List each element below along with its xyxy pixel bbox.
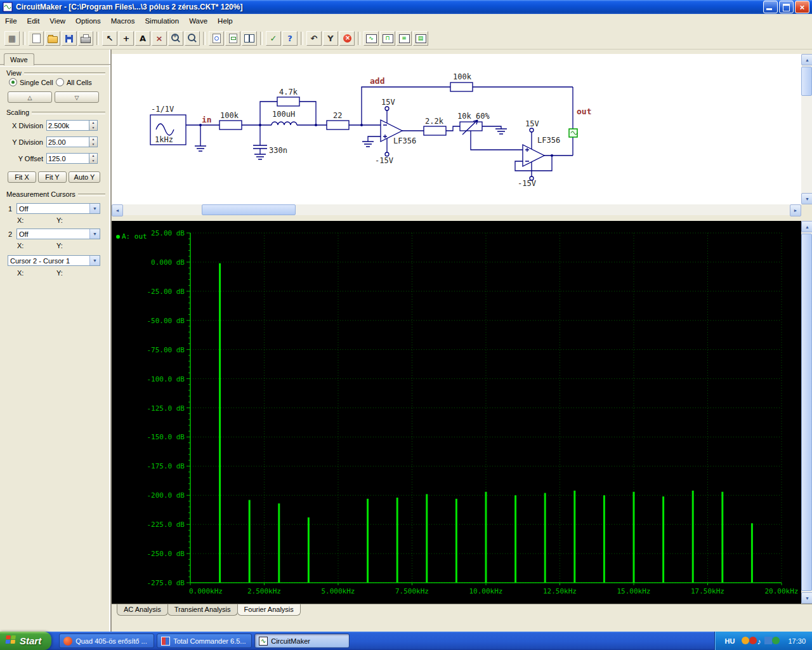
dropdown-arrow-icon[interactable]: ▼ <box>89 256 100 265</box>
messenger-icon[interactable] <box>772 637 780 644</box>
language-indicator[interactable]: HU <box>723 636 738 646</box>
delete-tool-button[interactable]: × <box>152 31 167 46</box>
spin-down-icon[interactable]: ▼ <box>89 159 97 164</box>
y-division-input[interactable] <box>46 136 89 147</box>
scroll-down-icon[interactable]: ▼ <box>801 193 812 204</box>
zoom-page-button[interactable] <box>209 31 224 46</box>
scroll-right-icon[interactable]: ► <box>790 204 801 216</box>
menu-edit[interactable]: Edit <box>22 15 45 27</box>
schematic-horizontal-scrollbar[interactable]: ◄ ► <box>112 204 801 215</box>
open-button[interactable] <box>45 31 60 46</box>
zoom-tool-button[interactable] <box>185 31 200 46</box>
resistor-22[interactable]: 22 <box>327 111 349 129</box>
help-button[interactable]: ? <box>282 31 298 46</box>
restore-button[interactable] <box>779 1 794 13</box>
spin-up-icon[interactable]: ▲ <box>89 154 97 159</box>
tab-wave[interactable]: Wave <box>4 53 34 65</box>
spin-up-icon[interactable]: ▲ <box>89 137 97 142</box>
signal-generator[interactable]: -1/1V 1kHz <box>150 105 186 145</box>
reset-button[interactable]: ↶ <box>306 31 322 46</box>
print-button[interactable] <box>78 31 93 46</box>
all-cells-radio[interactable]: All Cells <box>56 78 92 86</box>
place-part-button[interactable]: + <box>119 31 134 46</box>
scope-probe-marker[interactable] <box>569 129 577 137</box>
schematic-vertical-scrollbar[interactable]: ▲ ▼ <box>801 54 812 204</box>
x-division-spinner[interactable]: ▲▼ <box>89 120 98 131</box>
run-simulation-button[interactable]: ✓ <box>266 31 281 46</box>
taskbar-item-quad[interactable]: Quad 405-ös erősítő ... <box>59 633 154 648</box>
spin-up-icon[interactable]: ▲ <box>89 121 97 126</box>
antivirus-icon[interactable] <box>749 637 757 644</box>
potentiometer-10k[interactable]: 10k 60% <box>457 112 490 135</box>
start-button[interactable]: Start <box>0 632 51 650</box>
stop-simulation-button[interactable] <box>339 31 355 46</box>
trace-up-button[interactable]: △ <box>8 91 52 103</box>
menu-options[interactable]: Options <box>70 15 106 27</box>
arrow-tool-button[interactable]: ↖ <box>102 31 117 46</box>
tab-transient-analysis[interactable]: Transient Analysis <box>167 604 238 616</box>
y-division-spinner[interactable]: ▲▼ <box>89 136 98 147</box>
menu-wave[interactable]: Wave <box>184 15 213 27</box>
menu-simulation[interactable]: Simulation <box>140 15 184 27</box>
plot-vertical-scrollbar[interactable]: ▲ ▼ <box>801 221 812 604</box>
new-button[interactable] <box>29 31 44 46</box>
x-division-input[interactable] <box>46 120 89 131</box>
save-button[interactable] <box>62 31 77 46</box>
fit-x-button[interactable]: Fit X <box>8 171 36 183</box>
taskbar-item-circuitmaker[interactable]: ∿ CircuitMaker <box>254 633 350 648</box>
scroll-up-icon[interactable]: ▲ <box>801 221 812 232</box>
menu-view[interactable]: View <box>44 15 70 27</box>
analyses-window-button[interactable]: ≡ <box>396 31 412 46</box>
opamp2-lf356[interactable]: 15V -15V LF356 <box>518 119 560 188</box>
spin-down-icon[interactable]: ▼ <box>89 126 97 131</box>
digital-scope-button[interactable]: ⊓ <box>380 31 395 46</box>
network-icon[interactable] <box>764 637 772 644</box>
waveforms-button[interactable]: ∿ <box>363 31 379 46</box>
dropdown-arrow-icon[interactable]: ▼ <box>89 204 100 213</box>
opamp1-lf356[interactable]: 15V -15V LF356 <box>375 98 416 165</box>
resistor-100k-feedback[interactable]: 100k <box>450 72 473 91</box>
y-offset-input[interactable] <box>46 153 89 164</box>
text-tool-button[interactable]: A <box>135 31 150 46</box>
components-button[interactable]: ▦ <box>4 31 20 46</box>
menu-file[interactable]: File <box>0 15 22 27</box>
waveform-plot[interactable]: 25.00 dB0.000 dB-25.00 dB-50.00 dB-75.00… <box>112 221 812 604</box>
titlebar[interactable]: CircuitMaker - [C:\Program Files\...\3 p… <box>0 0 812 14</box>
schematic-canvas[interactable]: -1/1V 1kHz in 100k 4.7k 100uH <box>112 54 801 204</box>
resistor-100k-input[interactable]: 100k <box>219 111 242 129</box>
spin-down-icon[interactable]: ▼ <box>89 142 97 147</box>
mixed-display-button[interactable]: ▤ <box>413 31 428 46</box>
scrollbar-track[interactable] <box>123 204 790 215</box>
zoom-in-tool-button[interactable] <box>168 31 183 46</box>
tab-fourier-analysis[interactable]: Fourier Analysis <box>237 604 301 616</box>
taskbar-item-total-commander[interactable]: Total Commander 6.5... <box>157 633 252 648</box>
dropdown-arrow-icon[interactable]: ▼ <box>89 229 100 239</box>
probe-tool-button[interactable]: Y <box>323 31 338 46</box>
scroll-up-icon[interactable]: ▲ <box>801 54 812 65</box>
scroll-left-icon[interactable]: ◄ <box>112 204 123 216</box>
close-button[interactable]: × <box>795 1 809 13</box>
scrollbar-track[interactable] <box>801 65 812 193</box>
menu-help[interactable]: Help <box>213 15 238 27</box>
scrollbar-track[interactable] <box>801 232 812 592</box>
y-offset-spinner[interactable]: ▲▼ <box>89 153 98 164</box>
trace-down-button[interactable]: ▽ <box>55 91 99 103</box>
auto-y-button[interactable]: Auto Y <box>69 171 100 183</box>
cursor1-select[interactable]: Off ▼ <box>16 203 100 214</box>
scrollbar-thumb[interactable] <box>801 67 812 96</box>
resistor-4.7k[interactable]: 4.7k <box>277 88 299 106</box>
fit-y-button[interactable]: Fit Y <box>38 171 67 183</box>
menu-macros[interactable]: Macros <box>106 15 140 27</box>
minimize-button[interactable] <box>763 1 778 13</box>
single-cell-radio[interactable]: Single Cell <box>9 78 53 86</box>
scroll-down-icon[interactable]: ▼ <box>801 592 812 604</box>
scheduler-icon[interactable] <box>742 637 749 644</box>
inductor-100uH[interactable]: 100uH <box>272 110 297 125</box>
tile-windows-button[interactable] <box>242 31 257 46</box>
tab-ac-analysis[interactable]: AC Analysis <box>117 604 168 616</box>
capacitor-330n[interactable]: 330n <box>253 145 287 155</box>
zoom-selection-button[interactable] <box>225 31 240 46</box>
cursor-difference-select[interactable]: Cursor 2 - Cursor 1 ▼ <box>8 255 100 266</box>
volume-icon[interactable]: ♪ <box>757 637 764 645</box>
resistor-2.2k[interactable]: 2.2k <box>424 117 446 135</box>
